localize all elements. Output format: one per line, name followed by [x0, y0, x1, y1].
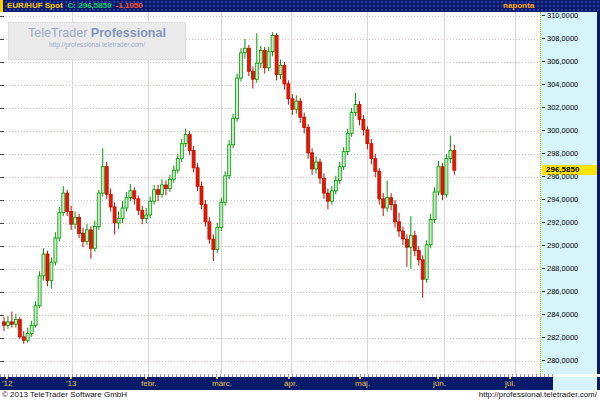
candle[interactable]: [255, 33, 258, 82]
candle[interactable]: [433, 187, 436, 223]
candle[interactable]: [370, 139, 373, 164]
candle[interactable]: [311, 148, 314, 174]
candle[interactable]: [449, 136, 452, 164]
candle[interactable]: [30, 321, 33, 337]
candle[interactable]: [133, 187, 136, 204]
candle[interactable]: [46, 251, 49, 287]
candle[interactable]: [82, 228, 85, 248]
symbol-label[interactable]: EUR/HUF Spot: [7, 0, 63, 12]
candle[interactable]: [26, 328, 29, 343]
candle[interactable]: [350, 108, 353, 137]
price-axis[interactable]: 296,5850 310,0000308,0000306,0000304,000…: [540, 12, 600, 374]
candle[interactable]: [97, 190, 100, 230]
candle[interactable]: [129, 184, 132, 201]
candle[interactable]: [224, 171, 227, 206]
candle[interactable]: [14, 314, 17, 328]
candle[interactable]: [50, 258, 53, 289]
candle[interactable]: [232, 114, 235, 149]
candle[interactable]: [398, 213, 401, 237]
candle[interactable]: [334, 176, 337, 195]
candle[interactable]: [326, 189, 329, 210]
candle[interactable]: [208, 217, 211, 243]
candle[interactable]: [34, 301, 37, 328]
candle[interactable]: [212, 235, 215, 262]
candle[interactable]: [382, 193, 385, 216]
candle[interactable]: [437, 161, 440, 196]
candle[interactable]: [105, 162, 108, 199]
candle[interactable]: [228, 140, 231, 179]
candle[interactable]: [295, 95, 298, 114]
candle[interactable]: [366, 126, 369, 149]
candle[interactable]: [303, 113, 306, 134]
candle[interactable]: [330, 186, 333, 204]
candle[interactable]: [149, 197, 152, 219]
candle[interactable]: [66, 190, 69, 216]
candle[interactable]: [319, 159, 322, 184]
candle[interactable]: [58, 207, 61, 242]
candle[interactable]: [141, 206, 144, 224]
candle[interactable]: [299, 98, 302, 123]
candle[interactable]: [338, 162, 341, 184]
candle[interactable]: [405, 235, 408, 267]
time-axis[interactable]: '12'13febr.márc.ápr.máj.jún.júl.: [0, 377, 600, 390]
candle[interactable]: [259, 46, 262, 68]
candle[interactable]: [157, 185, 160, 201]
candle[interactable]: [342, 147, 345, 170]
candle[interactable]: [22, 331, 25, 344]
candle[interactable]: [93, 221, 96, 252]
candle[interactable]: [54, 232, 57, 265]
candle[interactable]: [275, 33, 278, 80]
candle[interactable]: [236, 74, 239, 122]
chart-plot-area[interactable]: TeleTrader Professional http://professio…: [0, 12, 540, 374]
candle[interactable]: [109, 189, 112, 212]
candle[interactable]: [409, 216, 412, 269]
candle[interactable]: [413, 231, 416, 256]
candle[interactable]: [200, 182, 203, 210]
candle[interactable]: [390, 193, 393, 210]
candle[interactable]: [267, 47, 270, 71]
candle[interactable]: [176, 154, 179, 174]
candle[interactable]: [161, 179, 164, 197]
candle[interactable]: [445, 154, 448, 198]
candlestick-chart[interactable]: [0, 12, 540, 374]
candle[interactable]: [78, 214, 81, 238]
candle[interactable]: [453, 145, 456, 175]
candle[interactable]: [251, 67, 254, 89]
candle[interactable]: [378, 168, 381, 205]
candle[interactable]: [3, 317, 6, 331]
candle[interactable]: [7, 316, 10, 329]
candle[interactable]: [86, 224, 89, 245]
candle[interactable]: [374, 154, 377, 177]
candle[interactable]: [354, 93, 357, 116]
candle[interactable]: [402, 227, 405, 245]
candle[interactable]: [421, 255, 424, 298]
candle[interactable]: [362, 115, 365, 136]
candle[interactable]: [10, 312, 13, 328]
candle[interactable]: [180, 139, 183, 162]
candle[interactable]: [240, 48, 243, 81]
candle[interactable]: [101, 148, 104, 196]
candle[interactable]: [244, 39, 247, 59]
candle[interactable]: [247, 45, 250, 76]
candle[interactable]: [307, 124, 310, 159]
candle[interactable]: [315, 156, 318, 173]
candle[interactable]: [204, 200, 207, 227]
candle[interactable]: [216, 223, 219, 253]
candle[interactable]: [74, 212, 77, 229]
interval-label[interactable]: naponta: [503, 0, 534, 12]
candle[interactable]: [429, 214, 432, 249]
candle[interactable]: [271, 32, 274, 56]
candle[interactable]: [89, 227, 92, 259]
candle[interactable]: [263, 47, 266, 74]
candle[interactable]: [113, 202, 116, 234]
candle[interactable]: [172, 166, 175, 183]
candle[interactable]: [145, 208, 148, 223]
candle[interactable]: [192, 146, 195, 172]
candle[interactable]: [425, 240, 428, 282]
footer-url[interactable]: http://professional.teletrader.com/: [479, 390, 597, 400]
candle[interactable]: [287, 80, 290, 104]
candle[interactable]: [125, 192, 128, 212]
candle[interactable]: [38, 271, 41, 308]
candle[interactable]: [417, 246, 420, 266]
candle[interactable]: [18, 317, 21, 339]
